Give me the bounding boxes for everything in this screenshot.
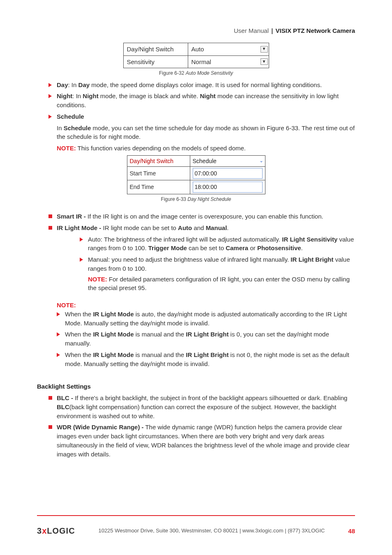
list-ir-sub: Auto: The brightness of the infrared lig… [68, 235, 355, 293]
fig2-row0-label: Day/Night Switch [127, 155, 190, 166]
bullet-smart-ir: Smart IR - If the IR light is on and the… [48, 212, 355, 221]
ir-auto-end: . [301, 244, 303, 251]
day-text-2: mode, the speed dome displays color imag… [90, 81, 322, 88]
n2-b1: IR Light Mode [93, 331, 134, 338]
n2-mid: is manual and the [134, 331, 186, 338]
day-label: Day [57, 81, 68, 88]
fig1-caption-italic: Auto Mode Sensitivity [186, 70, 233, 76]
fig1-row1-label: Sensitivity [123, 55, 188, 68]
fig2-row0-value[interactable]: Schedule ⌄ [190, 155, 265, 166]
ir-auto-b4: Photosensitive [257, 244, 301, 251]
fig1-row0-label: Day/Night Switch [123, 43, 188, 55]
fig1-row0-value-text: Auto [191, 46, 204, 53]
n3-b2: IR Light Bright [186, 351, 228, 358]
ir-auto-pre: Auto: The brightness of the infrared lig… [88, 236, 282, 243]
header-usermanual: User Manual [234, 27, 269, 34]
bullet-ir-auto: Auto: The brightness of the infrared lig… [80, 235, 355, 253]
n3-pre: When the [65, 351, 93, 358]
bullet-day: Day: In Day mode, the speed dome display… [48, 81, 355, 90]
n3-b1: IR Light Mode [93, 351, 134, 358]
list-smart-ir: Smart IR - If the IR light is on and the… [37, 212, 355, 292]
fig2-caption-pre: Figure 6-33 [161, 196, 186, 202]
bullet-wdr: WDR (Wide Dynamic Range) - The wide dyna… [48, 423, 355, 458]
night-label-3: Night [200, 92, 215, 99]
wdr-label: WDR (Wide Dynamic Range) - [57, 424, 144, 431]
fig2-row0-value-text: Schedule [193, 158, 217, 164]
page-number: 48 [348, 527, 355, 536]
day-text-1: : In [68, 81, 78, 88]
footer-address: 10225 Westmoor Drive, Suite 300, Westmin… [98, 527, 325, 535]
fig1-row0-value[interactable]: Auto ▼ [188, 43, 269, 55]
night-label: Night [57, 92, 72, 99]
n2-pre: When the [65, 331, 93, 338]
smart-ir-text: If the IR light is on and the image cent… [86, 213, 323, 220]
dropdown-chevron-icon[interactable]: ⌄ [259, 157, 263, 164]
bullet-night: Night: In Night mode, the image is black… [48, 92, 355, 110]
list-day-night-schedule: Day: In Day mode, the speed dome display… [37, 81, 355, 121]
logo-3xlogic: 3xLOGIC [37, 525, 75, 537]
ir-mode-label: IR Light Mode - [57, 224, 101, 231]
fig1-caption: Figure 6-32 Auto Mode Sensitivity [37, 70, 355, 77]
bullet-blc: BLC - If there's a bright backlight, the… [48, 394, 355, 420]
logo-x: x [42, 525, 47, 537]
page-header: User Manual | VISIX PTZ Network Camera [37, 26, 355, 35]
bullet-schedule: Schedule [48, 112, 355, 121]
n1-b: IR Light Mode [93, 311, 134, 318]
dropdown-arrow-icon[interactable]: ▼ [261, 46, 268, 53]
note-2: When the IR Light Mode is manual and the… [57, 330, 355, 348]
fig2-caption: Figure 6-33 Day Night Schedule [37, 196, 355, 203]
fig1-caption-pre: Figure 6-32 [159, 70, 184, 76]
page-footer: 3xLOGIC 10225 Westmoor Drive, Suite 300,… [37, 515, 355, 537]
list-notes: When the IR Light Mode is auto, the day/… [57, 310, 355, 368]
bullet-ir-light-mode: IR Light Mode - IR light mode can be set… [48, 223, 355, 292]
schedule-label: Schedule [57, 113, 84, 120]
header-product: VISIX PTZ Network Camera [276, 27, 355, 34]
ir-auto-or: or [248, 244, 257, 251]
ir-manual-note: For detailed parameters configuration of… [88, 276, 350, 292]
fig2-row1-value[interactable]: 07:00:00 [190, 167, 265, 180]
fig2-row1-value-text: 07:00:00 [193, 168, 263, 179]
backlight-heading: Backlight Settings [37, 382, 355, 391]
n3-mid: is manual and the [134, 351, 186, 358]
note-label-2: NOTE: [88, 276, 107, 283]
fig2-caption-it: Day Night Schedule [187, 196, 231, 202]
smart-ir-label: Smart IR - [57, 213, 86, 220]
fig1-row1-value[interactable]: Normal ▼ [188, 55, 269, 68]
day-label-2: Day [78, 81, 90, 88]
notes-heading: NOTE: [57, 301, 355, 310]
night-text-1: : In [72, 92, 83, 99]
schedule-para: In Schedule mode, you can set the time s… [57, 124, 355, 142]
ir-manual-pre: Manual: you need to adjust the brightnes… [88, 256, 291, 263]
fig2-row2-label: End Time [127, 180, 190, 194]
logo-pre: 3 [37, 525, 42, 537]
fig2-row1-label: Start Time [127, 167, 190, 180]
n1-pre: When the [65, 311, 93, 318]
n2-b2: IR Light Bright [186, 331, 228, 338]
ir-auto-b3: Camera [226, 244, 248, 251]
schedule-note-text: This function varies depending on the mo… [76, 145, 246, 152]
note-label: NOTE: [57, 145, 76, 152]
fig1-row1-value-text: Normal [191, 58, 211, 65]
note-3: When the IR Light Mode is manual and the… [57, 350, 355, 368]
note-1: When the IR Light Mode is auto, the day/… [57, 310, 355, 328]
dropdown-arrow-icon[interactable]: ▼ [261, 58, 268, 65]
header-sep: | [271, 27, 274, 34]
logo-post: LOGIC [47, 525, 75, 537]
ir-auto-b1: IR Light Sensitivity [282, 236, 337, 243]
list-backlight: BLC - If there's a bright backlight, the… [37, 394, 355, 458]
fig-schedule: Day/Night Switch Schedule ⌄ Start Time 0… [127, 155, 265, 194]
fig2-row2-value[interactable]: 18:00:00 [190, 180, 265, 194]
night-text-2: mode, the image is black and white. [99, 92, 200, 99]
night-label-2: Night [83, 92, 98, 99]
bullet-ir-manual: Manual: you need to adjust the brightnes… [80, 255, 355, 292]
fig-auto-sensitivity: Day/Night Switch Auto ▼ Sensitivity Norm… [123, 43, 269, 69]
blc-label: BLC - [57, 394, 73, 401]
ir-auto-mid2: can be set to [187, 244, 226, 251]
fig2-row2-value-text: 18:00:00 [193, 182, 263, 192]
schedule-note: NOTE: This function varies depending on … [57, 144, 355, 153]
ir-auto-b2: Trigger Mode [148, 244, 187, 251]
ir-manual-b: IR Light Bright [291, 256, 333, 263]
